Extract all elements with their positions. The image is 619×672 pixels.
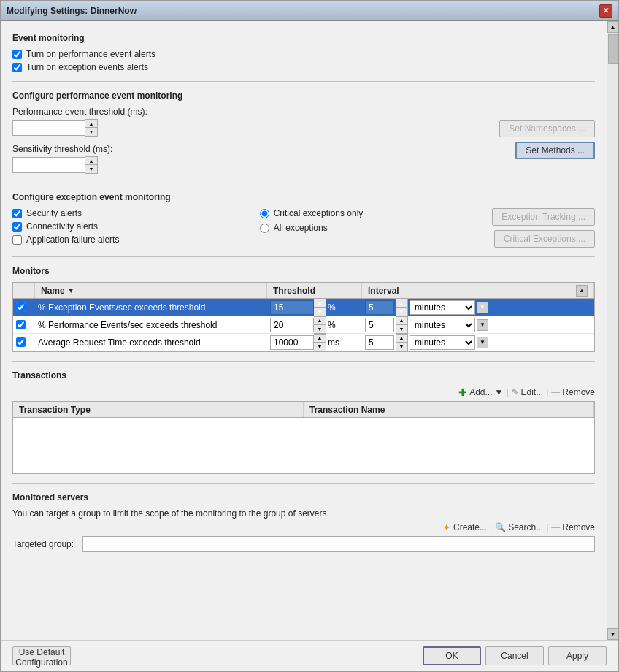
row3-threshold: ▲ ▼ ms — [267, 334, 362, 351]
configure-perf-area: Performance event threshold (ms): 15000 … — [12, 107, 595, 174]
row2-interval-down[interactable]: ▼ — [396, 325, 407, 333]
row1-interval-down[interactable]: ▼ — [396, 308, 407, 316]
connectivity-alerts-checkbox[interactable] — [12, 222, 22, 232]
sensitivity-threshold-input[interactable]: 100 — [12, 157, 85, 173]
row3-threshold-up[interactable]: ▲ — [314, 335, 326, 343]
configure-exc-left: Security alerts Connectivity alerts Appl… — [12, 208, 173, 248]
row1-scroll-right[interactable]: ▼ — [477, 302, 488, 313]
table-scroll-up[interactable]: ▲ — [576, 285, 588, 297]
table-row[interactable]: % Exception Events/sec exceeds threshold… — [13, 299, 594, 316]
row3-interval-input[interactable] — [365, 335, 394, 350]
row1-threshold-down[interactable]: ▼ — [314, 308, 326, 316]
row2-threshold-down[interactable]: ▼ — [314, 325, 326, 333]
sep4: | — [546, 522, 548, 532]
scrollbar-up-btn[interactable]: ▲ — [607, 21, 619, 33]
sep2: | — [546, 387, 548, 397]
ok-button[interactable]: OK — [423, 646, 481, 665]
row1-interval-select[interactable]: minutes hours seconds — [410, 300, 475, 315]
perf-threshold-down[interactable]: ▼ — [85, 128, 97, 136]
add-transaction-button[interactable]: ✚ Add... ▼ — [458, 386, 503, 398]
apply-button[interactable]: Apply — [548, 646, 607, 665]
scrollbar: ▲ ▼ — [607, 21, 618, 640]
app-failure-alerts-row: Application failure alerts — [12, 234, 173, 245]
perf-threshold-up[interactable]: ▲ — [85, 120, 97, 128]
monitors-section: Monitors Name ▼ Threshold Interval — [12, 266, 595, 352]
targeted-group-input[interactable] — [82, 536, 595, 552]
critical-exceptions-button[interactable]: Critical Exceptions ... — [494, 230, 595, 248]
row2-checkbox[interactable] — [16, 320, 26, 329]
use-default-button[interactable]: Use Default Configuration — [12, 646, 71, 665]
create-group-button[interactable]: ✦ Create... — [442, 522, 487, 533]
row1-interval-up[interactable]: ▲ — [396, 299, 407, 308]
add-dropdown-arrow[interactable]: ▼ — [494, 387, 503, 397]
row3-checkbox[interactable] — [16, 337, 26, 347]
row2-threshold-input[interactable] — [270, 318, 314, 332]
row1-checkbox[interactable] — [16, 302, 26, 312]
row2-threshold-up[interactable]: ▲ — [314, 317, 326, 325]
monitors-table-header: Name ▼ Threshold Interval ▲ — [13, 283, 594, 299]
row1-threshold-input[interactable] — [270, 300, 314, 315]
transactions-title: Transactions — [12, 370, 595, 381]
app-failure-alerts-label: Application failure alerts — [26, 234, 119, 245]
row2-scroll-right[interactable]: ▼ — [477, 319, 488, 331]
set-namespaces-button[interactable]: Set Namespaces ... — [499, 120, 595, 137]
sensitivity-threshold-down[interactable]: ▼ — [85, 165, 97, 173]
close-button[interactable]: ✕ — [599, 4, 612, 18]
table-row[interactable]: Average Request Time exceeds threshold ▲… — [13, 334, 594, 351]
row3-interval-select[interactable]: minutes hours seconds — [410, 335, 475, 350]
perf-threshold-input[interactable]: 15000 — [12, 120, 85, 136]
search-group-button[interactable]: 🔍 Search... — [495, 522, 543, 532]
row3-threshold-down[interactable]: ▼ — [314, 343, 326, 351]
th-checkbox — [13, 283, 35, 298]
connectivity-alerts-label: Connectivity alerts — [26, 221, 98, 232]
row2-unit: % — [328, 320, 336, 330]
edit-transaction-button[interactable]: ✎ Edit... — [512, 387, 544, 397]
transactions-table-header: Transaction Type Transaction Name — [13, 402, 594, 418]
table-row[interactable]: % Performance Events/sec exceeds thresho… — [13, 316, 594, 334]
row1-checkbox-cell — [13, 299, 35, 316]
monitored-servers-description: You can target a group to limit the scop… — [12, 508, 595, 519]
critical-only-row: Critical exceptions only — [260, 208, 406, 218]
perf-alerts-label: Turn on performance event alerts — [26, 49, 155, 59]
row3-interval-down[interactable]: ▼ — [396, 343, 407, 351]
scrollbar-thumb[interactable] — [608, 34, 618, 64]
row2-interval-select[interactable]: minutes hours seconds — [410, 318, 475, 332]
sensitivity-threshold-input-group: 100 ▲ ▼ — [12, 156, 499, 174]
row1-interval-spinner: ▲ ▼ — [396, 299, 408, 316]
remove-button-label: Remove — [562, 387, 595, 397]
row2-interval-up[interactable]: ▲ — [396, 317, 407, 325]
configure-exc-title: Configure exception event monitoring — [12, 192, 595, 202]
sensitivity-threshold-up[interactable]: ▲ — [85, 157, 97, 165]
row3-threshold-input[interactable] — [270, 335, 314, 350]
all-exceptions-radio[interactable] — [260, 224, 269, 233]
security-alerts-row: Security alerts — [12, 208, 173, 218]
footer: Use Default Configuration OK Cancel Appl… — [1, 640, 618, 671]
main-scroll-area[interactable]: Event monitoring Turn on performance eve… — [1, 21, 607, 640]
row2-threshold-spinner: ▲ ▼ — [314, 316, 326, 334]
cancel-button[interactable]: Cancel — [485, 646, 544, 665]
event-monitoring-section: Event monitoring Turn on performance eve… — [12, 33, 595, 72]
scrollbar-down-btn[interactable]: ▼ — [607, 628, 619, 640]
exception-tracking-button[interactable]: Exception Tracking ... — [492, 208, 595, 226]
row2-interval: ▲ ▼ minutes hours seconds ▼ — [362, 316, 594, 333]
security-alerts-label: Security alerts — [26, 208, 82, 218]
remove-transaction-button[interactable]: — Remove — [551, 387, 595, 397]
exception-alerts-checkbox[interactable] — [12, 63, 22, 72]
row1-threshold-up[interactable]: ▲ — [314, 299, 326, 308]
perf-alerts-checkbox[interactable] — [12, 50, 22, 59]
set-methods-button[interactable]: Set Methods ... — [515, 142, 595, 159]
security-alerts-checkbox[interactable] — [12, 209, 22, 218]
th-interval: Interval ▲ — [362, 283, 594, 298]
remove-server-button[interactable]: — Remove — [551, 522, 595, 532]
critical-only-radio[interactable] — [260, 209, 269, 218]
row1-interval-input[interactable] — [365, 300, 394, 315]
row3-interval-up[interactable]: ▲ — [396, 335, 407, 343]
row3-scroll-right[interactable]: ▼ — [477, 337, 488, 348]
app-failure-alerts-checkbox[interactable] — [12, 235, 22, 245]
row3-interval: ▲ ▼ minutes hours seconds ▼ — [362, 334, 594, 351]
event-monitoring-title: Event monitoring — [12, 33, 595, 43]
edit-button-label: Edit... — [521, 387, 544, 397]
th-name[interactable]: Name ▼ — [35, 283, 267, 298]
row2-interval-input[interactable] — [365, 318, 394, 332]
sensitivity-threshold-spinner: ▲ ▼ — [85, 156, 98, 174]
